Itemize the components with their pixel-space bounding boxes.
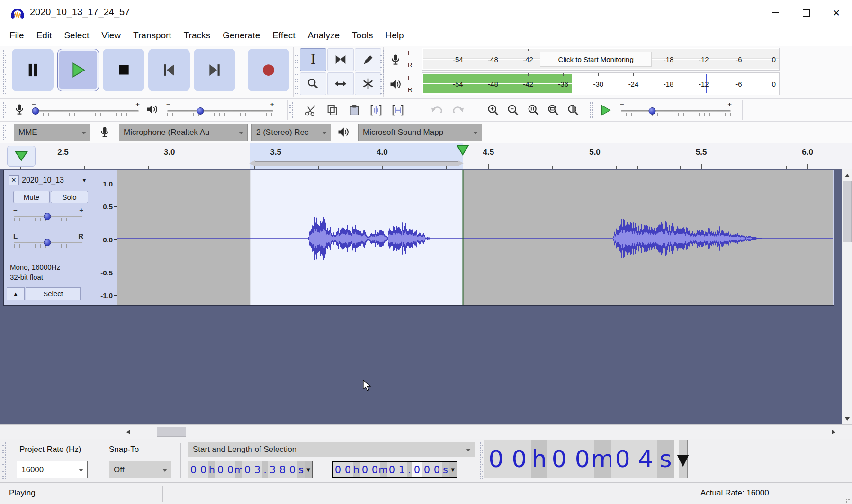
position-dropdown-arrow-icon[interactable]: ▾: [679, 440, 687, 478]
waveform-display[interactable]: [117, 170, 833, 305]
horizontal-scrollbar-thumb[interactable]: [157, 427, 186, 437]
selection-range-bar[interactable]: [255, 161, 458, 166]
playback-meter[interactable]: LR-54-48-42-36-30-24-18-12-60: [385, 72, 792, 95]
paste-button[interactable]: [344, 100, 364, 120]
vertical-scale-ruler[interactable]: 1.00.50.0-0.5-1.0: [90, 170, 117, 305]
play-speed-slider-thumb[interactable]: [649, 107, 656, 115]
scroll-up-arrow[interactable]: [842, 170, 852, 180]
play-at-speed-button[interactable]: [595, 100, 615, 120]
zoom-in-button[interactable]: [484, 100, 503, 120]
project-rate-combo[interactable]: 16000: [17, 461, 88, 478]
audio-position-display[interactable]: 00h00m04s▾: [484, 440, 688, 478]
track-title-button[interactable]: 2020_10_13 ▼: [22, 175, 87, 185]
trim-audio-button[interactable]: [366, 100, 386, 120]
record-meter-mic-button[interactable]: [385, 51, 406, 69]
field-dropdown-arrow-icon[interactable]: ▼: [305, 461, 312, 478]
redo-button[interactable]: [448, 100, 468, 120]
playhead-triangle[interactable]: [456, 144, 469, 158]
menu-transport[interactable]: Transport: [127, 26, 178, 45]
scroll-left-arrow[interactable]: [123, 427, 133, 437]
menu-tracks[interactable]: Tracks: [178, 26, 216, 45]
zoom-selection-button[interactable]: [524, 100, 544, 120]
copy-button[interactable]: [323, 100, 342, 120]
vertical-scrollbar-thumb[interactable]: [843, 181, 852, 242]
menu-analyze[interactable]: Analyze: [302, 26, 346, 45]
menu-help[interactable]: Help: [379, 26, 410, 45]
monitoring-hint[interactable]: Click to Start Monitoring: [540, 52, 651, 67]
toolbar-grip[interactable]: [2, 442, 6, 479]
menu-generate[interactable]: Generate: [216, 26, 266, 45]
skip-start-button[interactable]: [148, 49, 190, 91]
recording-device-combo[interactable]: Microphone (Realtek Au: [119, 124, 248, 141]
playback-volume-slider-thumb[interactable]: [197, 107, 204, 115]
record-button[interactable]: [248, 49, 289, 91]
track-solo-button[interactable]: Solo: [51, 191, 88, 203]
silence-audio-button[interactable]: [388, 100, 408, 120]
play-speed-slider[interactable]: −+: [619, 100, 733, 120]
chevron-down-icon: [473, 132, 478, 134]
timeline-ruler[interactable]: 2.53.03.54.04.55.05.56.0: [0, 143, 852, 169]
toolbar-grip[interactable]: [2, 50, 6, 95]
zoom-toggle-button[interactable]: [564, 100, 583, 120]
field-dropdown-arrow-icon[interactable]: ▼: [449, 462, 457, 477]
playback-volume-slider[interactable]: −+: [165, 100, 275, 120]
track-gain-slider-inner[interactable]: −+: [12, 206, 84, 226]
selection-right-arrow[interactable]: [458, 160, 464, 166]
zoom-project-button[interactable]: [544, 100, 564, 120]
track-close-button[interactable]: ✕: [9, 175, 19, 185]
recording-meter[interactable]: LR-54-48-42-18-12-60Click to Start Monit…: [385, 48, 792, 71]
minimize-button[interactable]: [761, 0, 791, 25]
selection-tool-button[interactable]: I: [300, 48, 326, 71]
snap-to-combo[interactable]: Off: [109, 461, 171, 478]
track-pan-slider-inner[interactable]: LR: [12, 232, 84, 252]
menu-select[interactable]: Select: [58, 26, 95, 45]
playback-meter-speaker-button[interactable]: [385, 75, 406, 93]
audio-host-combo[interactable]: MME: [14, 124, 90, 141]
recording-volume-slider-thumb[interactable]: [32, 107, 39, 115]
menu-view[interactable]: View: [95, 26, 127, 45]
selection-start-field[interactable]: 00h00m03.380s▼: [188, 461, 313, 478]
pinned-playhead-button[interactable]: [7, 146, 36, 167]
pause-button[interactable]: [12, 49, 54, 91]
timeshift-tool-button[interactable]: [327, 72, 354, 95]
recording-channels-combo[interactable]: 2 (Stereo) Rec: [251, 124, 331, 141]
zoom-out-button[interactable]: [503, 100, 523, 120]
toolbar-grip[interactable]: [2, 124, 6, 140]
toolbar-grip[interactable]: [295, 50, 298, 95]
menu-file[interactable]: File: [3, 26, 30, 45]
track-select-button[interactable]: Select: [26, 287, 81, 300]
selection-mode-combo[interactable]: Start and Length of Selection: [188, 442, 475, 457]
toolbar-grip[interactable]: [479, 442, 483, 479]
envelope-tool-button[interactable]: [327, 48, 354, 71]
toolbar-grip[interactable]: [380, 50, 384, 95]
menu-edit[interactable]: Edit: [30, 26, 58, 45]
track-gain-slider-inner-thumb[interactable]: [44, 213, 51, 220]
recording-volume-slider[interactable]: −+: [31, 100, 141, 120]
zoom-tool-button[interactable]: [300, 72, 326, 95]
play-button[interactable]: [57, 49, 99, 91]
multi-tool-button[interactable]: [355, 72, 381, 95]
selection-left-arrow[interactable]: [249, 160, 255, 166]
cut-button[interactable]: [301, 100, 321, 120]
menu-tools[interactable]: Tools: [346, 26, 379, 45]
track-pan-slider-inner-thumb[interactable]: [44, 239, 51, 246]
menu-effect[interactable]: Effect: [266, 26, 301, 45]
track-mute-button[interactable]: Mute: [13, 191, 50, 203]
scroll-right-arrow[interactable]: [828, 427, 839, 437]
toolbar-grip[interactable]: [289, 102, 293, 118]
skip-end-button[interactable]: [194, 49, 235, 91]
track-collapse-button[interactable]: ▲: [7, 287, 25, 300]
horizontal-scrollbar[interactable]: [0, 424, 852, 439]
scroll-down-arrow[interactable]: [842, 414, 852, 424]
close-button[interactable]: ✕: [821, 0, 852, 25]
maximize-button[interactable]: [791, 0, 821, 25]
toolbar-grip[interactable]: [589, 102, 593, 118]
vertical-scrollbar[interactable]: [842, 169, 852, 424]
draw-tool-button[interactable]: [355, 48, 381, 71]
toolbar-grip[interactable]: [2, 102, 6, 118]
resize-grip[interactable]: [843, 496, 850, 503]
stop-button[interactable]: [103, 49, 144, 91]
selection-length-field[interactable]: 00h00m01.000s▼: [332, 461, 457, 478]
playback-device-combo[interactable]: Microsoft Sound Mapp: [358, 124, 482, 141]
undo-button[interactable]: [427, 100, 447, 120]
